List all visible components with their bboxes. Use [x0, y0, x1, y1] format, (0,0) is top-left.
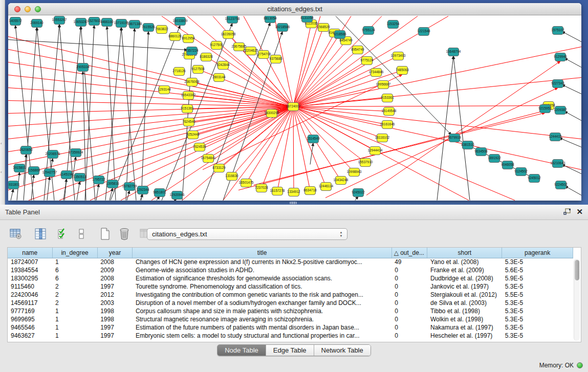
- table-cell[interactable]: 2003: [97, 299, 133, 307]
- table-cell[interactable]: 9465546: [8, 323, 52, 332]
- graph-node[interactable]: 2718126: [172, 68, 186, 76]
- graph-node[interactable]: 1891922: [488, 155, 501, 163]
- table-cell[interactable]: 1998: [97, 307, 133, 315]
- table-cell[interactable]: 6: [52, 266, 97, 274]
- graph-node[interactable]: 7485063: [396, 67, 409, 75]
- graph-node[interactable]: 1209387: [554, 106, 567, 115]
- table-cell[interactable]: 0: [391, 291, 427, 299]
- collapsed-control-panel[interactable]: ‹ ‹: [0, 0, 5, 205]
- table-cell[interactable]: 9699695: [8, 315, 52, 323]
- graph-node[interactable]: 12920946: [170, 191, 185, 200]
- unselect-all-icon[interactable]: [75, 227, 88, 240]
- table-cell[interactable]: 18724007: [8, 258, 52, 266]
- table-cell[interactable]: Corpus callosum shape and size in male p…: [133, 307, 391, 315]
- tab-edge-table[interactable]: Edge Table: [266, 345, 314, 356]
- graph-node[interactable]: 12944414: [368, 147, 383, 155]
- panel-collapse-arrow-icon[interactable]: ‹: [1, 141, 2, 146]
- graph-node[interactable]: 8733129: [212, 164, 226, 172]
- table-row[interactable]: 2242004622012Investigating the contribut…: [8, 291, 573, 299]
- graph-edge[interactable]: [8, 107, 293, 152]
- table-row[interactable]: 946362711997Embryonic stem cells: a mode…: [8, 332, 573, 340]
- graph-node[interactable]: 9755124: [362, 27, 375, 35]
- table-cell[interactable]: 9115460: [8, 282, 52, 291]
- graph-edge[interactable]: [293, 107, 581, 170]
- graph-edge[interactable]: [105, 28, 121, 201]
- table-cell[interactable]: 2008: [97, 274, 133, 282]
- table-cell[interactable]: Dudbridge et al. (2008): [427, 274, 502, 282]
- graph-node[interactable]: 9218586: [333, 31, 346, 39]
- graph-node[interactable]: 16648794: [446, 48, 461, 56]
- table-cell[interactable]: 5.3E-5: [502, 332, 573, 340]
- graph-edge[interactable]: [564, 112, 581, 121]
- table-cell[interactable]: 1: [52, 315, 97, 323]
- graph-node[interactable]: 9224502: [554, 181, 568, 189]
- table-select-dropdown[interactable]: citations_edges.txt ▲▼: [147, 228, 347, 240]
- table-row[interactable]: 1456911722003Disruption of a novel membe…: [8, 299, 573, 307]
- column-header-title[interactable]: title: [133, 248, 391, 258]
- window-titlebar[interactable]: citations_edges.txt: [8, 3, 581, 15]
- graph-edge[interactable]: [293, 28, 323, 107]
- table-cell[interactable]: 2009: [97, 266, 133, 274]
- graph-edge[interactable]: [562, 85, 581, 94]
- graph-node[interactable]: 20206576: [46, 150, 60, 159]
- table-cell[interactable]: 0: [391, 332, 427, 340]
- column-header-in_degree[interactable]: in_degree: [52, 248, 97, 258]
- table-cell[interactable]: Yano et al. (2008): [427, 258, 502, 266]
- table-scrollbar-thumb[interactable]: [575, 260, 579, 280]
- graph-node[interactable]: 9375685: [269, 55, 282, 63]
- graph-edge[interactable]: [11, 189, 13, 201]
- graph-node[interactable]: 9851801: [153, 189, 166, 197]
- graph-node[interactable]: 1156869: [28, 167, 40, 175]
- graph-node[interactable]: 10434248: [334, 177, 349, 185]
- graph-edge[interactable]: [293, 61, 367, 107]
- table-cell[interactable]: 1998: [97, 315, 133, 323]
- graph-node[interactable]: 8813054: [264, 16, 277, 23]
- graph-node[interactable]: 18724007: [286, 103, 301, 111]
- float-panel-icon[interactable]: [563, 208, 571, 215]
- graph-node[interactable]: 1395816: [106, 180, 119, 188]
- graph-edge[interactable]: [127, 191, 129, 201]
- graph-edge[interactable]: [559, 138, 581, 147]
- table-cell[interactable]: 2012: [97, 291, 133, 299]
- table-row[interactable]: 1872400712008Changes of HCN gene express…: [8, 258, 573, 266]
- graph-node[interactable]: 8634718: [303, 187, 317, 195]
- table-cell[interactable]: 2: [52, 291, 97, 299]
- graph-node[interactable]: 10553267: [52, 16, 67, 25]
- table-cell[interactable]: 0: [391, 315, 427, 323]
- table-cell[interactable]: 0: [391, 323, 427, 332]
- show-columns-icon[interactable]: [34, 227, 47, 240]
- graph-node[interactable]: 3915801: [13, 164, 26, 172]
- table-cell[interactable]: 5.3E-5: [502, 323, 573, 332]
- table-mode-icon[interactable]: [9, 227, 23, 240]
- graph-node[interactable]: 1292344: [136, 186, 149, 194]
- select-all-icon[interactable]: [56, 227, 70, 240]
- graph-edge[interactable]: [8, 50, 293, 107]
- table-cell[interactable]: 0: [391, 307, 427, 315]
- graph-node[interactable]: 1221548: [417, 28, 430, 36]
- table-cell[interactable]: Tourette syndrome. Phenomenology and cla…: [133, 282, 391, 291]
- graph-node[interactable]: 1244415: [549, 133, 562, 141]
- graph-node[interactable]: 10998943: [347, 168, 362, 177]
- graph-node[interactable]: 2803144: [212, 74, 226, 82]
- graph-node[interactable]: 10653287: [74, 18, 89, 27]
- graph-node[interactable]: 8860128: [168, 33, 182, 41]
- table-cell[interactable]: 1: [52, 258, 97, 266]
- graph-edge[interactable]: [293, 107, 389, 112]
- graph-edge[interactable]: [293, 50, 358, 107]
- graph-node[interactable]: 7615526: [142, 24, 155, 32]
- table-cell[interactable]: 5.3E-5: [502, 315, 573, 323]
- graph-node[interactable]: 9245022: [352, 189, 365, 197]
- graph-edge[interactable]: [8, 107, 293, 114]
- graph-node[interactable]: 18300295: [265, 110, 279, 118]
- graph-node[interactable]: 12446114: [319, 183, 334, 191]
- table-cell[interactable]: Hescheler et al. (1997): [427, 332, 502, 340]
- table-cell[interactable]: Changes of HCN gene expression and I(f) …: [133, 258, 391, 266]
- graph-edge[interactable]: [293, 107, 294, 192]
- table-cell[interactable]: 5.9E-5: [502, 274, 573, 282]
- table-cell[interactable]: 9777169: [8, 307, 52, 315]
- graph-node[interactable]: 9153361: [381, 94, 394, 102]
- graph-node[interactable]: 2069140: [30, 19, 43, 28]
- graph-node[interactable]: 9215953: [538, 105, 552, 113]
- table-cell[interactable]: Franke et al. (2009): [427, 266, 502, 274]
- table-scrollbar[interactable]: [574, 259, 580, 341]
